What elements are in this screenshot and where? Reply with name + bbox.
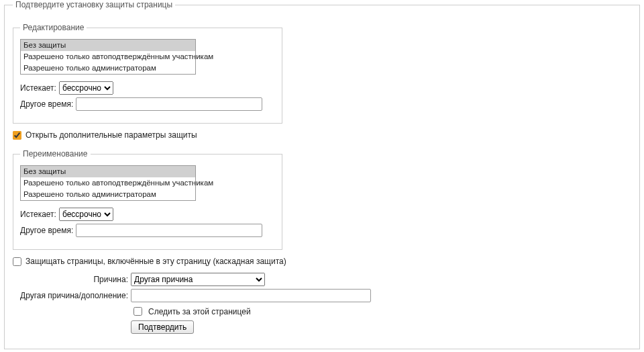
cascade-label: Защищать страницы, включённые в эту стра… [25, 257, 286, 266]
list-item[interactable]: Без защиты [21, 40, 195, 51]
unlock-more-label: Открыть дополнительные параметры защиты [25, 130, 197, 140]
move-expires-label: Истекает: [20, 210, 56, 219]
submit-button[interactable]: Подтвердить [131, 320, 194, 334]
cascade-checkbox[interactable] [13, 257, 21, 266]
other-reason-label: Другая причина/дополнение: [13, 291, 131, 300]
edit-protection-level-list[interactable]: Без защиты Разрешено только автоподтверж… [20, 39, 196, 75]
confirm-protection-fieldset: Подтвердите установку защиты страницы Ре… [4, 0, 640, 349]
edit-other-time-input[interactable] [76, 97, 262, 111]
reason-select[interactable]: Другая причина [131, 273, 265, 286]
edit-expires-label: Истекает: [20, 83, 56, 93]
unlock-more-checkbox[interactable] [13, 131, 21, 140]
watch-label: Следить за этой страницей [148, 307, 251, 316]
list-item[interactable]: Разрешено только администраторам [21, 62, 195, 74]
list-item[interactable]: Разрешено только автоподтверждённым учас… [21, 51, 195, 62]
move-section: Переименование Без защиты Разрешено толь… [13, 149, 282, 250]
other-reason-input[interactable] [131, 289, 371, 302]
move-other-time-input[interactable] [76, 224, 262, 237]
edit-expires-select[interactable]: бессрочно [59, 81, 113, 95]
edit-other-time-label: Другое время: [20, 99, 73, 109]
list-item[interactable]: Разрешено только администраторам [21, 189, 195, 200]
move-legend: Переименование [20, 149, 91, 159]
move-protection-level-list[interactable]: Без защиты Разрешено только автоподтверж… [20, 165, 196, 201]
edit-section: Редактирование Без защиты Разрешено толь… [13, 23, 282, 124]
list-item[interactable]: Разрешено только автоподтверждённым учас… [21, 177, 195, 189]
list-item[interactable]: Без защиты [21, 166, 195, 177]
move-other-time-label: Другое время: [20, 226, 73, 235]
edit-legend: Редактирование [20, 23, 87, 32]
reason-label: Причина: [13, 275, 131, 284]
outer-legend: Подтвердите установку защиты страницы [13, 0, 175, 9]
move-expires-select[interactable]: бессрочно [59, 208, 113, 221]
watch-checkbox[interactable] [133, 307, 142, 316]
